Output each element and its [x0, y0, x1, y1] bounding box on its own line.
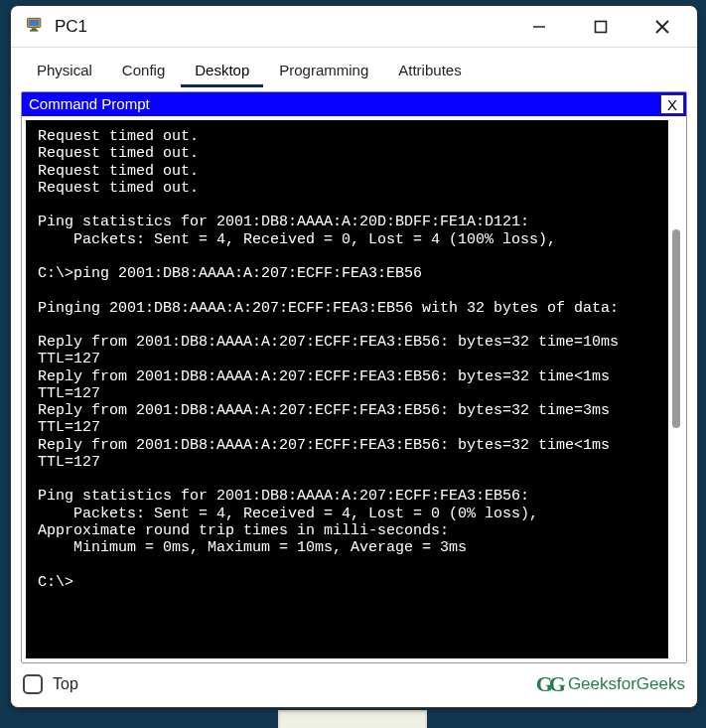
- desktop-panel: Command Prompt X Request timed out. Requ…: [21, 91, 687, 663]
- svg-rect-5: [596, 21, 607, 32]
- scrollbar-track[interactable]: [668, 120, 682, 658]
- command-prompt-close-button[interactable]: X: [660, 94, 684, 114]
- terminal-output[interactable]: Request timed out. Request timed out. Re…: [26, 120, 668, 658]
- tabstrip: Physical Config Desktop Programming Attr…: [11, 48, 697, 87]
- watermark-text: GeeksforGeeks: [568, 674, 685, 694]
- top-checkbox-group[interactable]: Top: [23, 674, 78, 694]
- titlebar[interactable]: PC1: [11, 6, 697, 48]
- scrollbar-thumb[interactable]: [672, 229, 680, 428]
- svg-rect-3: [30, 30, 38, 32]
- command-prompt-titlebar[interactable]: Command Prompt X: [22, 92, 686, 116]
- tab-desktop[interactable]: Desktop: [181, 58, 263, 87]
- command-prompt-title: Command Prompt: [23, 93, 659, 115]
- tab-physical[interactable]: Physical: [23, 58, 106, 87]
- minimize-button[interactable]: [520, 11, 558, 43]
- tab-programming[interactable]: Programming: [265, 58, 382, 87]
- pc-icon: [25, 15, 45, 39]
- tab-config[interactable]: Config: [108, 58, 179, 87]
- terminal-container: Request timed out. Request timed out. Re…: [22, 116, 686, 662]
- maximize-button[interactable]: [582, 11, 620, 43]
- footer-bar: Top GG GeeksforGeeks: [11, 663, 697, 707]
- window-title: PC1: [55, 17, 520, 37]
- watermark: GG GeeksforGeeks: [536, 671, 685, 697]
- geeksforgeeks-icon: GG: [536, 671, 562, 697]
- window-controls: [520, 11, 681, 43]
- svg-rect-2: [32, 28, 37, 30]
- app-window: PC1 Physical Config Desktop Programming …: [10, 5, 698, 708]
- top-checkbox[interactable]: [23, 674, 43, 694]
- tab-attributes[interactable]: Attributes: [384, 58, 475, 87]
- background-panel-edge: [278, 710, 427, 728]
- close-button[interactable]: [643, 11, 681, 43]
- top-checkbox-label: Top: [53, 675, 78, 693]
- svg-rect-1: [29, 20, 39, 26]
